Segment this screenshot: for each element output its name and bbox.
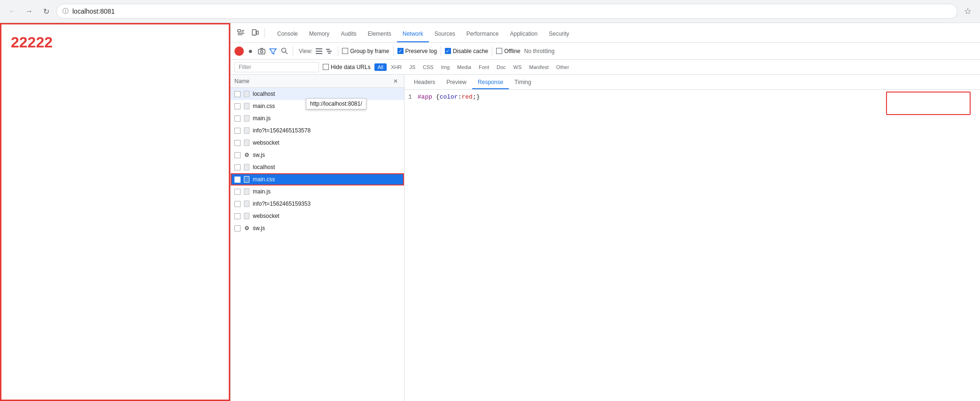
row-name-localhost-1: localhost	[253, 91, 400, 97]
device-toolbar-button[interactable]	[249, 26, 262, 39]
devtools-panel: Console Memory Audits Elements Network S…	[230, 23, 980, 401]
row-name-sw-js-2: sw.js	[253, 225, 400, 231]
svg-rect-7	[316, 48, 322, 49]
network-row-main-js-2[interactable]: main.js	[231, 185, 404, 198]
network-row-websocket-2[interactable]: websocket	[231, 210, 404, 222]
network-list-header: Name ✕	[231, 75, 404, 88]
svg-rect-8	[316, 51, 322, 52]
view-list-button[interactable]	[314, 46, 324, 56]
bookmark-button[interactable]: ☆	[961, 5, 974, 18]
view-waterfall-button[interactable]	[325, 46, 334, 56]
url-tooltip: http://localhost:8081/	[306, 98, 366, 109]
filter-other-button[interactable]: Other	[553, 63, 573, 71]
svg-rect-4	[258, 49, 265, 54]
filter-ws-button[interactable]: WS	[510, 63, 525, 71]
tab-elements[interactable]: Elements	[362, 26, 397, 42]
svg-rect-11	[327, 51, 332, 52]
row-checkbox[interactable]	[234, 103, 241, 109]
network-row-sw-js-2[interactable]: ⚙ sw.js	[231, 222, 404, 234]
disable-cache-label[interactable]: ✓ Disable cache	[445, 48, 488, 54]
row-checkbox[interactable]	[234, 152, 241, 158]
tab-memory[interactable]: Memory	[303, 26, 335, 42]
row-checkbox[interactable]	[234, 164, 241, 170]
network-row-localhost-2[interactable]: localhost	[231, 161, 404, 173]
row-checkbox[interactable]	[234, 116, 241, 122]
filter-type-buttons: All XHR JS CSS Img Media Font Doc WS Man…	[374, 63, 573, 71]
css-close-brace: }	[476, 93, 480, 100]
record-button[interactable]	[234, 46, 244, 56]
row-checkbox[interactable]	[234, 225, 241, 231]
close-response-panel-button[interactable]: ✕	[391, 78, 400, 85]
inspect-element-button[interactable]	[234, 26, 248, 39]
row-name-info-2: info?t=1562465159353	[253, 200, 400, 207]
disable-cache-text: Disable cache	[453, 48, 488, 54]
hide-data-urls-label[interactable]: Hide data URLs	[323, 64, 371, 70]
filter-css-button[interactable]: CSS	[420, 63, 437, 71]
filter-js-button[interactable]: JS	[406, 63, 419, 71]
headers-tab[interactable]: Headers	[408, 76, 441, 89]
view-icons	[314, 46, 334, 56]
offline-label[interactable]: Offline	[496, 48, 520, 54]
group-by-frame-checkbox[interactable]	[342, 48, 348, 54]
hide-data-urls-checkbox[interactable]	[323, 64, 329, 70]
preview-tab[interactable]: Preview	[441, 76, 472, 89]
network-row-info-1[interactable]: info?t=1562465153578	[231, 124, 404, 137]
toolbar2-divider2	[338, 46, 338, 56]
network-row-info-2[interactable]: info?t=1562465159353	[231, 198, 404, 210]
tab-security[interactable]: Security	[543, 26, 575, 42]
preserve-log-checkbox[interactable]: ✓	[397, 48, 404, 54]
tab-audits[interactable]: Audits	[335, 26, 362, 42]
tab-sources[interactable]: Sources	[429, 26, 461, 42]
doc-icon	[243, 127, 250, 134]
offline-text: Offline	[504, 48, 520, 54]
devtools-tabs: Console Memory Audits Elements Network S…	[272, 23, 575, 42]
timing-tab[interactable]: Timing	[509, 76, 537, 89]
search-network-button[interactable]	[280, 46, 289, 56]
no-throttling-text: No throttling	[524, 48, 555, 54]
back-button[interactable]: ←	[6, 5, 19, 18]
row-checkbox[interactable]	[234, 140, 241, 146]
screenshot-button[interactable]	[257, 46, 266, 56]
filter-all-button[interactable]: All	[374, 63, 387, 71]
disable-cache-checkbox[interactable]: ✓	[445, 48, 451, 54]
view-label: View:	[299, 48, 312, 54]
tab-console[interactable]: Console	[272, 26, 303, 42]
row-checkbox[interactable]	[234, 189, 241, 195]
filter-xhr-button[interactable]: XHR	[388, 63, 405, 71]
forward-button[interactable]: →	[23, 5, 36, 18]
devtools-main: Name ✕ localhost http://localhost:8081/	[231, 75, 980, 401]
filter-media-button[interactable]: Media	[454, 63, 474, 71]
refresh-button[interactable]: ↻	[39, 5, 53, 18]
network-row-main-js-1[interactable]: main.js	[231, 112, 404, 124]
filter-font-button[interactable]: Font	[475, 63, 492, 71]
offline-checkbox[interactable]	[496, 48, 502, 54]
tab-performance[interactable]: Performance	[461, 26, 505, 42]
svg-rect-0	[238, 30, 241, 32]
devtools-top-toolbar: Console Memory Audits Elements Network S…	[231, 23, 980, 43]
response-tabs: Headers Preview Response Timing	[404, 75, 980, 90]
row-checkbox[interactable]	[234, 177, 241, 183]
filter-input[interactable]	[234, 62, 319, 72]
group-by-frame-text: Group by frame	[350, 48, 389, 54]
css-selector: #app	[418, 93, 432, 100]
filter-manifest-button[interactable]: Manifest	[526, 63, 552, 71]
network-row-localhost-1[interactable]: localhost http://localhost:8081/	[231, 88, 404, 100]
row-checkbox[interactable]	[234, 213, 241, 219]
filter-button[interactable]	[268, 46, 278, 56]
preserve-log-label[interactable]: ✓ Preserve log	[397, 48, 437, 54]
tab-application[interactable]: Application	[505, 26, 544, 42]
network-row-main-css-2[interactable]: main.css	[231, 173, 404, 185]
tab-network[interactable]: Network	[397, 26, 429, 42]
filter-img-button[interactable]: Img	[438, 63, 453, 71]
row-checkbox[interactable]	[234, 128, 241, 134]
network-row-websocket-1[interactable]: websocket	[231, 137, 404, 149]
row-checkbox[interactable]	[234, 201, 241, 207]
row-checkbox[interactable]	[234, 91, 241, 97]
filter-doc-button[interactable]: Doc	[493, 63, 509, 71]
stop-button[interactable]: ●	[246, 46, 255, 56]
row-name-sw-js-1: sw.js	[253, 152, 400, 158]
css-open-brace: {	[436, 93, 440, 100]
network-row-sw-js-1[interactable]: ⚙ sw.js	[231, 149, 404, 161]
response-tab[interactable]: Response	[472, 76, 509, 89]
group-by-frame-label[interactable]: Group by frame	[342, 48, 389, 54]
